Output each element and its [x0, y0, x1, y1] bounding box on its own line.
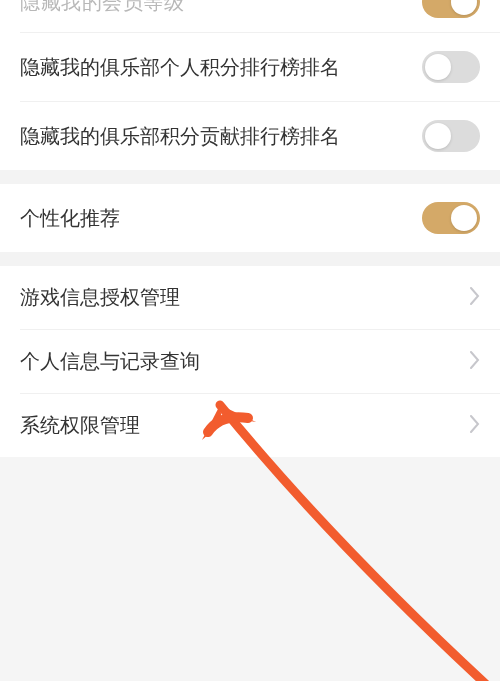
section-gap	[0, 252, 500, 266]
hide-club-contribution-rank-row: 隐藏我的俱乐部积分贡献排行榜排名	[0, 102, 500, 170]
empty-space	[0, 457, 500, 681]
personalized-recommendation-label: 个性化推荐	[20, 205, 120, 232]
hide-member-level-label: 隐藏我的会员等级	[20, 0, 184, 16]
hide-member-level-row: 隐藏我的会员等级	[0, 0, 500, 32]
personalized-recommendation-toggle[interactable]	[422, 202, 480, 234]
toggle-knob	[451, 0, 477, 15]
toggle-knob	[451, 205, 477, 231]
chevron-right-icon	[470, 351, 480, 373]
section-gap	[0, 170, 500, 184]
hide-club-contribution-rank-label: 隐藏我的俱乐部积分贡献排行榜排名	[20, 123, 340, 150]
chevron-right-icon	[470, 287, 480, 309]
hide-club-personal-rank-row: 隐藏我的俱乐部个人积分排行榜排名	[0, 33, 500, 101]
hide-club-personal-rank-toggle[interactable]	[422, 51, 480, 83]
system-permission-row[interactable]: 系统权限管理	[0, 394, 500, 457]
system-permission-label: 系统权限管理	[20, 412, 140, 439]
game-info-auth-label: 游戏信息授权管理	[20, 284, 180, 311]
personalization-section: 个性化推荐	[0, 184, 500, 252]
toggle-knob	[425, 54, 451, 80]
chevron-right-icon	[470, 415, 480, 437]
personal-info-records-row[interactable]: 个人信息与记录查询	[0, 330, 500, 393]
personalized-recommendation-row: 个性化推荐	[0, 184, 500, 252]
game-info-auth-row[interactable]: 游戏信息授权管理	[0, 266, 500, 329]
hide-club-personal-rank-label: 隐藏我的俱乐部个人积分排行榜排名	[20, 54, 340, 81]
toggle-knob	[425, 123, 451, 149]
hide-club-contribution-rank-toggle[interactable]	[422, 120, 480, 152]
hide-member-level-toggle[interactable]	[422, 0, 480, 18]
management-section: 游戏信息授权管理 个人信息与记录查询 系统权限管理	[0, 266, 500, 457]
privacy-section: 隐藏我的会员等级 隐藏我的俱乐部个人积分排行榜排名 隐藏我的俱乐部积分贡献排行榜…	[0, 0, 500, 170]
personal-info-records-label: 个人信息与记录查询	[20, 348, 200, 375]
